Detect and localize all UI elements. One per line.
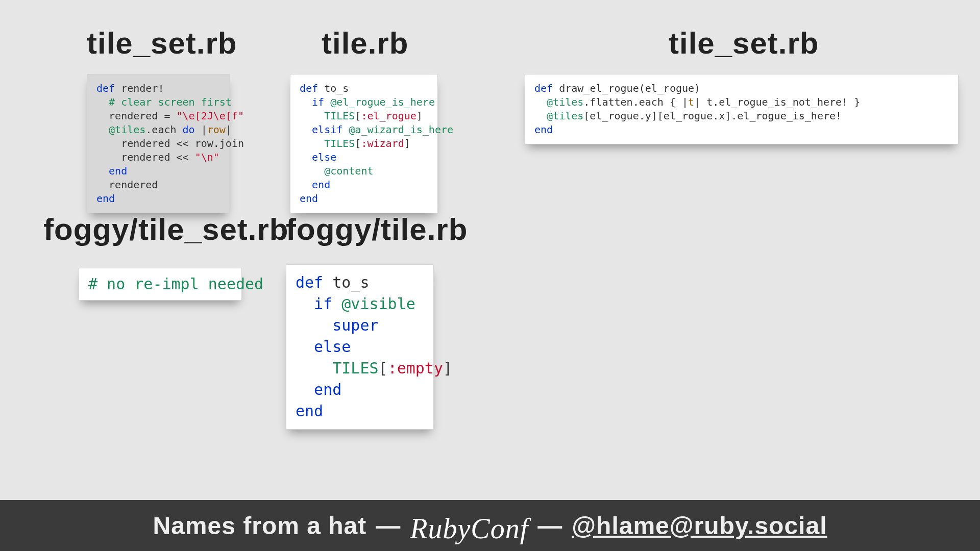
- heading-foggy-tile-set: foggy/tile_set.rb: [43, 212, 288, 247]
- dash-icon: —: [376, 512, 401, 540]
- code-card-draw-el-rogue: def draw_el_rogue(el_rogue) @tiles.flatt…: [525, 74, 959, 144]
- heading-tile-set: tile_set.rb: [87, 26, 237, 61]
- rubyconf-logo: RubyConf: [410, 512, 528, 545]
- heading-foggy-tile: foggy/tile.rb: [286, 212, 468, 247]
- code-block: def draw_el_rogue(el_rogue) @tiles.flatt…: [534, 82, 949, 137]
- heading-tile-set-right: tile_set.rb: [669, 26, 819, 61]
- code-block: # no re-impl needed: [88, 273, 232, 295]
- footer-handle: @hlame@ruby.social: [572, 512, 827, 540]
- code-card-render: def render! # clear screen first rendere…: [87, 74, 230, 213]
- footer-bar: Names from a hat — RubyConf — @hlame@rub…: [0, 500, 980, 551]
- heading-tile: tile.rb: [322, 26, 408, 61]
- code-block: def render! # clear screen first rendere…: [96, 82, 220, 206]
- code-block: def to_s if @el_rogue_is_here TILES[:el_…: [300, 82, 428, 206]
- code-card-tile-tos: def to_s if @el_rogue_is_here TILES[:el_…: [290, 74, 438, 213]
- code-block: def to_s if @visible super else TILES[:e…: [296, 272, 424, 422]
- code-card-no-reimpl: # no re-impl needed: [79, 268, 242, 300]
- code-card-foggy-tos: def to_s if @visible super else TILES[:e…: [286, 264, 434, 430]
- dash-icon: —: [537, 512, 562, 540]
- footer-title: Names from a hat: [153, 512, 367, 540]
